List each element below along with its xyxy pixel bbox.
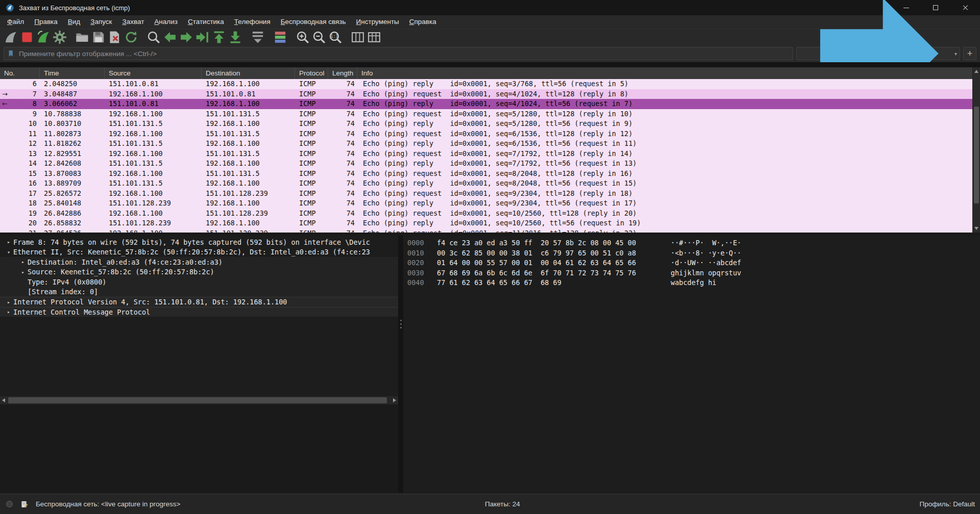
- detail-row[interactable]: [Stream index: 0]: [0, 287, 398, 297]
- bookmark-icon[interactable]: [7, 49, 15, 58]
- column-header-source[interactable]: Source: [105, 67, 202, 79]
- menu-item-wireless[interactable]: Беспроводная связь: [276, 15, 351, 29]
- hex-row[interactable]: 001000 3c 62 85 00 00 38 01 c6 79 97 65 …: [407, 248, 980, 259]
- go-back-button[interactable]: [162, 30, 178, 44]
- expand-icon[interactable]: ▸: [4, 309, 13, 315]
- go-to-packet-button[interactable]: [195, 30, 210, 44]
- profile-text[interactable]: Профиль: Default: [919, 500, 975, 508]
- packet-row[interactable]: 1211.818262151.101.131.5192.168.1.100ICM…: [0, 139, 972, 149]
- reload-button[interactable]: [124, 30, 139, 44]
- expand-icon[interactable]: ▸: [18, 259, 28, 265]
- packet-row[interactable]: 1312.829551192.168.1.100151.101.131.5ICM…: [0, 149, 972, 159]
- add-filter-button[interactable]: +: [963, 47, 976, 60]
- menu-item-analyze[interactable]: Анализ: [149, 15, 183, 29]
- detail-row[interactable]: ▸Source: Keenetic_57:8b:2c (50:ff:20:57:…: [0, 267, 398, 277]
- packet-row[interactable]: 1825.840148151.101.128.239192.168.1.100I…: [0, 198, 972, 209]
- detail-row[interactable]: Type: IPv4 (0x0800): [0, 277, 398, 287]
- column-header-info[interactable]: Info: [357, 67, 980, 79]
- column-header-length[interactable]: Length: [328, 67, 357, 79]
- column-header-protocol[interactable]: Protocol: [295, 67, 328, 79]
- detail-row[interactable]: ▸Destination: Intel_a0:ed:a3 (f4:ce:23:a…: [0, 257, 398, 267]
- display-filter-input[interactable]: [19, 50, 790, 58]
- resize-columns-button[interactable]: [350, 30, 365, 44]
- packet-row[interactable]: 62.048250151.101.0.81192.168.1.100ICMP74…: [0, 79, 972, 89]
- scroll-up-icon[interactable]: [974, 70, 978, 73]
- display-filter-field[interactable]: [4, 47, 793, 60]
- expand-icon[interactable]: ▸: [18, 269, 28, 275]
- find-packet-button[interactable]: [146, 30, 161, 44]
- packet-row[interactable]: 1613.889709151.101.131.5192.168.1.100ICM…: [0, 178, 972, 189]
- hex-bytes: 67 68 69 6a 6b 6c 6d 6e 6f 70 71 72 73 7…: [437, 268, 637, 278]
- stop-capture-button[interactable]: [19, 30, 35, 44]
- packet-row[interactable]: 1513.870083192.168.1.100151.101.131.5ICM…: [0, 169, 972, 179]
- expert-info-icon[interactable]: [6, 501, 13, 507]
- packet-row[interactable]: 910.788838192.168.1.100151.101.131.5ICMP…: [0, 109, 972, 119]
- fit-columns-button[interactable]: [366, 30, 382, 44]
- scrollbar-thumb[interactable]: [974, 107, 979, 203]
- menu-item-view[interactable]: Вид: [63, 15, 85, 29]
- close-button[interactable]: [950, 0, 980, 15]
- save-file-button[interactable]: [91, 30, 106, 44]
- column-header-destination[interactable]: Destination: [202, 67, 295, 79]
- packet-row[interactable]: →73.048487192.168.1.100151.101.0.81ICMP7…: [0, 89, 972, 99]
- zoom-in-button[interactable]: [295, 30, 310, 44]
- menu-item-edit[interactable]: Правка: [29, 15, 63, 29]
- menu-item-tools[interactable]: Инструменты: [351, 15, 404, 29]
- column-header-no[interactable]: No.: [0, 67, 40, 79]
- expand-icon[interactable]: ▸: [4, 299, 13, 305]
- restart-capture-button[interactable]: [36, 30, 51, 44]
- packet-row[interactable]: 1412.842608151.101.131.5192.168.1.100ICM…: [0, 159, 972, 169]
- capture-options-button[interactable]: [52, 30, 67, 44]
- menu-item-help[interactable]: Справка: [404, 15, 442, 29]
- menu-item-telephony[interactable]: Телефония: [229, 15, 276, 29]
- menu-item-go[interactable]: Запуск: [85, 15, 117, 29]
- packet-list-scrollbar[interactable]: [972, 67, 980, 233]
- scroll-left-icon[interactable]: [2, 398, 5, 402]
- collapse-icon[interactable]: ▾: [4, 249, 13, 255]
- menu-item-capture[interactable]: Захват: [117, 15, 149, 29]
- close-file-button[interactable]: [107, 30, 122, 44]
- packet-row[interactable]: ←83.066062151.101.0.81192.168.1.100ICMP7…: [0, 99, 972, 109]
- packet-row[interactable]: 1725.826572192.168.1.100151.101.128.239I…: [0, 189, 972, 199]
- detail-text: Internet Control Message Protocol: [13, 308, 150, 316]
- splitter-handle-icon[interactable]: [400, 320, 402, 321]
- packet-row[interactable]: 1111.802873192.168.1.100151.101.131.5ICM…: [0, 129, 972, 139]
- hex-bytes: f4 ce 23 a0 ed a3 50 ff 20 57 8b 2c 08 0…: [437, 238, 637, 248]
- menu-item-statistics[interactable]: Статистика: [183, 15, 229, 29]
- pane-splitter[interactable]: [398, 236, 403, 493]
- hex-offset: 0030: [407, 268, 425, 278]
- detail-row[interactable]: ▸Internet Protocol Version 4, Src: 151.1…: [0, 297, 398, 307]
- chevron-down-icon[interactable]: ▾: [954, 51, 957, 57]
- menu-item-file[interactable]: Файл: [2, 15, 29, 29]
- scroll-down-icon[interactable]: [974, 227, 978, 230]
- save-icon: [91, 30, 106, 45]
- detail-row[interactable]: ▾Ethernet II, Src: Keenetic_57:8b:2c (50…: [0, 247, 398, 258]
- details-horizontal-scrollbar[interactable]: [0, 396, 398, 404]
- go-last-packet-button[interactable]: [228, 30, 243, 44]
- hex-row[interactable]: 003067 68 69 6a 6b 6c 6d 6e 6f 70 71 72 …: [407, 268, 980, 278]
- column-header-time[interactable]: Time: [40, 67, 105, 79]
- zoom-reset-button[interactable]: 1:1: [328, 30, 343, 44]
- hex-row[interactable]: 004077 61 62 63 64 65 66 67 68 69wabcdef…: [407, 278, 980, 288]
- packet-row[interactable]: 2127.864536192.168.1.100151.101.128.239I…: [0, 228, 972, 233]
- hex-row[interactable]: 0000f4 ce 23 a0 ed a3 50 ff 20 57 8b 2c …: [407, 238, 980, 248]
- capture-comment-icon[interactable]: [20, 500, 29, 508]
- detail-row[interactable]: ▸Frame 8: 74 bytes on wire (592 bits), 7…: [0, 237, 398, 247]
- expand-icon[interactable]: ▸: [4, 239, 13, 245]
- go-first-packet-button[interactable]: [211, 30, 227, 44]
- packet-row[interactable]: 1926.842886192.168.1.100151.101.128.239I…: [0, 209, 972, 219]
- detail-row[interactable]: ▸Internet Control Message Protocol: [0, 307, 398, 317]
- packet-row[interactable]: 1010.803710151.101.131.5192.168.1.100ICM…: [0, 119, 972, 129]
- colorize-button[interactable]: [273, 30, 288, 44]
- scroll-right-icon[interactable]: [393, 398, 396, 402]
- go-forward-button[interactable]: [179, 30, 194, 44]
- auto-scroll-button[interactable]: [250, 30, 265, 44]
- packet-cell-src: 151.101.128.239: [105, 218, 202, 228]
- scrollbar-thumb[interactable]: [8, 397, 387, 403]
- start-capture-button[interactable]: [3, 30, 18, 44]
- zoom-out-button[interactable]: [311, 30, 327, 44]
- hex-row[interactable]: 002001 64 00 00 55 57 00 01 00 04 61 62 …: [407, 258, 980, 268]
- apply-filter-button[interactable]: ▾: [796, 47, 960, 60]
- packet-row[interactable]: 2026.858832151.101.128.239192.168.1.100I…: [0, 218, 972, 228]
- open-file-button[interactable]: [75, 30, 90, 44]
